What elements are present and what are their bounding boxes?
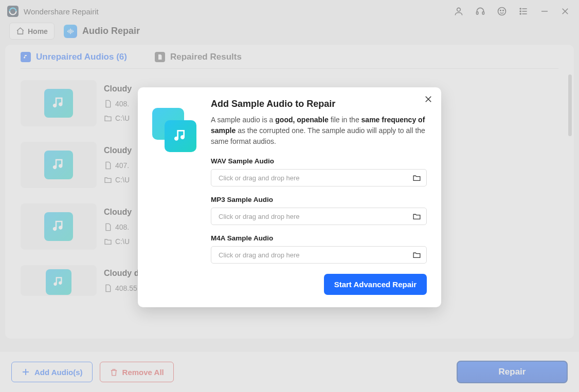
mp3-placeholder: Click or drag and drop here [219, 213, 300, 220]
modal-content: Add Sample Audio to Repair A sample audi… [211, 99, 427, 295]
mp3-dropzone[interactable]: Click or drag and drop here [211, 208, 427, 225]
wav-field: WAV Sample Audio Click or drag and drop … [211, 157, 427, 186]
modal-overlay: Add Sample Audio to Repair A sample audi… [0, 0, 579, 392]
modal-title: Add Sample Audio to Repair [211, 99, 427, 109]
m4a-label: M4A Sample Audio [211, 234, 427, 242]
m4a-placeholder: Click or drag and drop here [219, 251, 300, 259]
wav-dropzone[interactable]: Click or drag and drop here [211, 169, 427, 186]
folder-icon [412, 174, 421, 182]
add-sample-modal: Add Sample Audio to Repair A sample audi… [138, 87, 441, 307]
wav-label: WAV Sample Audio [211, 157, 427, 165]
folder-icon [412, 251, 421, 259]
modal-hero-icon [152, 108, 196, 152]
modal-description: A sample audio is a good, openable file … [211, 115, 427, 147]
m4a-field: M4A Sample Audio Click or drag and drop … [211, 234, 427, 264]
m4a-dropzone[interactable]: Click or drag and drop here [211, 246, 427, 264]
mp3-field: MP3 Sample Audio Click or drag and drop … [211, 196, 427, 225]
wav-placeholder: Click or drag and drop here [219, 174, 300, 182]
modal-close-button[interactable] [424, 95, 433, 105]
mp3-label: MP3 Sample Audio [211, 196, 427, 203]
modal-footer: Start Advanced Repair [211, 274, 427, 295]
start-advanced-repair-button[interactable]: Start Advanced Repair [324, 274, 427, 295]
folder-icon [412, 212, 421, 221]
